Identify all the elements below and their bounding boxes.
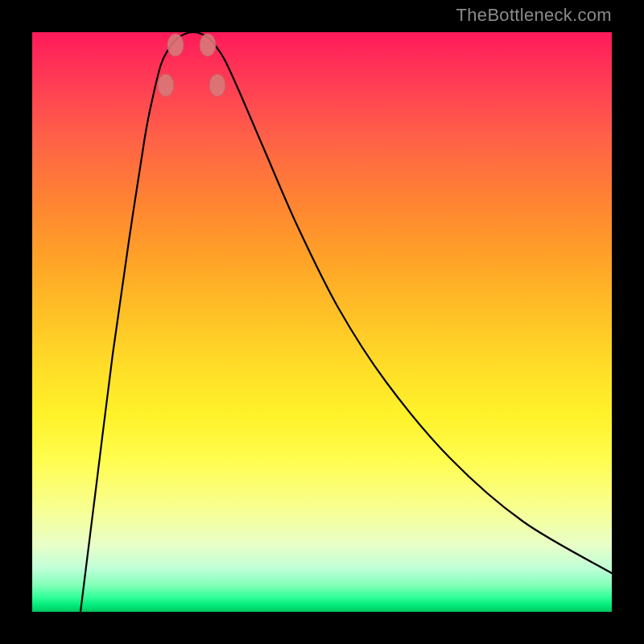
- bottleneck-curve: [80, 32, 612, 612]
- highlight-point: [158, 74, 174, 97]
- highlight-point: [167, 34, 184, 56]
- highlight-point: [209, 74, 225, 97]
- chart-svg: [32, 32, 612, 612]
- attribution-text: TheBottleneck.com: [456, 5, 612, 26]
- chart-plot-area: [32, 32, 612, 612]
- highlight-point: [200, 34, 216, 56]
- highlight-points: [158, 34, 225, 97]
